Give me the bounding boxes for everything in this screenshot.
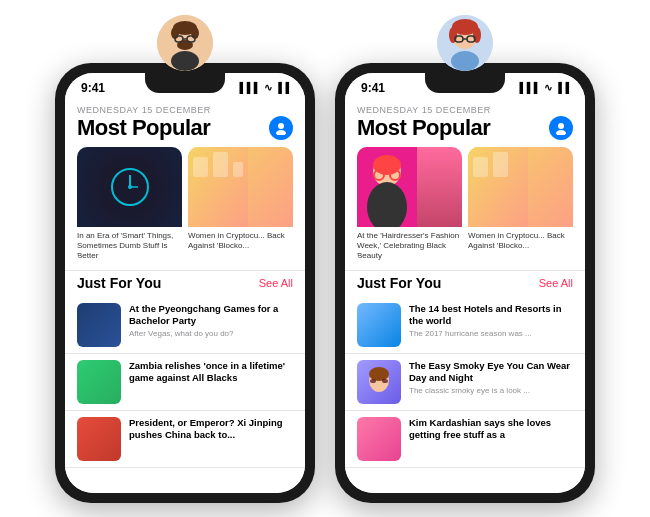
signal-icon: ▌▌▌ [520,82,541,93]
phone1-date: WEDNESDAY 15 DECEMBER [77,105,293,115]
phone2-wrapper: 9:41 ▌▌▌ ∿ ▐▐ WEDNESDAY 15 DECEMBER Most… [335,15,595,503]
phone2-screen: 9:41 ▌▌▌ ∿ ▐▐ WEDNESDAY 15 DECEMBER Most… [345,73,585,493]
phone1-see-all[interactable]: See All [259,277,293,289]
svg-rect-38 [473,157,488,177]
svg-point-43 [382,379,388,383]
news-sub-5: The classic smoky eye is a look ... [409,386,573,396]
news-title-1: At the Pyeongchang Games for a Bachelor … [129,303,293,328]
news-title-3: President, or Emperor? Xi Jinping pushes… [129,417,293,442]
phone2-featured-card-1[interactable]: At the 'Hairdresser's Fashion Week,' Cel… [357,147,462,262]
thumb-olympics [77,303,121,347]
phone2-status-icons: ▌▌▌ ∿ ▐▐ [520,82,569,93]
phone1-notch [145,73,225,93]
phone2-featured-img-1 [357,147,462,227]
news-item[interactable]: The 14 best Hotels and Resorts in the wo… [345,297,585,354]
phone1-featured-img-2 [188,147,293,227]
phone1-status-icons: ▌▌▌ ∿ ▐▐ [240,82,289,93]
news-item[interactable]: Zambia relishes 'once in a lifetime' gam… [65,354,305,411]
news-sub-4: The 2017 hurricane season was ... [409,329,573,339]
phone2-section-title: Most Popular [357,115,490,141]
phone2-news-list: The 14 best Hotels and Resorts in the wo… [345,297,585,468]
thumb-hotels [357,303,401,347]
phone2-time: 9:41 [361,81,385,95]
svg-rect-18 [213,152,228,177]
news-sub-1: After Vegas, what do you do? [129,329,293,339]
svg-point-29 [558,123,564,129]
phone2-featured-card-2[interactable]: Women in Cryptocu... Back Against 'Block… [468,147,573,262]
news-text-5: The Easy Smoky Eye You Can Wear Day and … [409,360,573,396]
news-text-3: President, or Emperor? Xi Jinping pushes… [129,417,293,444]
phone1-featured-img-1 [77,147,182,227]
phone1-featured-card-1[interactable]: In an Era of 'Smart' Things, Sometimes D… [77,147,182,262]
thumb-president [77,417,121,461]
news-text-2: Zambia relishes 'once in a lifetime' gam… [129,360,293,387]
phone2-featured-row: At the 'Hairdresser's Fashion Week,' Cel… [345,147,585,270]
phone1-card1-caption: In an Era of 'Smart' Things, Sometimes D… [77,227,182,262]
svg-point-30 [556,130,566,135]
battery-icon: ▐▐ [275,82,289,93]
phone2-card1-caption: At the 'Hairdresser's Fashion Week,' Cel… [357,227,462,262]
phone2-jfy-header: Just For You See All [345,270,585,297]
phone1-time: 9:41 [81,81,105,95]
phone1-jfy-title: Just For You [77,275,161,291]
news-item[interactable]: President, or Emperor? Xi Jinping pushes… [65,411,305,468]
phone1-jfy-header: Just For You See All [65,270,305,297]
main-container: 9:41 ▌▌▌ ∿ ▐▐ WEDNESDAY 15 DECEMBER Most… [35,15,615,503]
phone2-card2-caption: Women in Cryptocu... Back Against 'Block… [468,227,573,252]
battery-icon: ▐▐ [555,82,569,93]
svg-point-21 [451,51,479,71]
svg-point-11 [276,130,286,135]
phone1-content: WEDNESDAY 15 DECEMBER Most Popular [65,99,305,493]
phone2: 9:41 ▌▌▌ ∿ ▐▐ WEDNESDAY 15 DECEMBER Most… [335,63,595,503]
svg-point-33 [373,155,401,175]
news-item[interactable]: At the Pyeongchang Games for a Bachelor … [65,297,305,354]
phone1-title-row: Most Popular [77,115,293,141]
fashion-woman-image [357,147,462,227]
news-title-4: The 14 best Hotels and Resorts in the wo… [409,303,573,328]
phone2-user-icon[interactable] [549,116,573,140]
wifi-icon: ∿ [264,82,272,93]
crypto-image-1 [188,147,293,227]
phone2-header: WEDNESDAY 15 DECEMBER Most Popular [345,99,585,147]
phone2-content: WEDNESDAY 15 DECEMBER Most Popular [345,99,585,493]
phone1-news-list: At the Pyeongchang Games for a Bachelor … [65,297,305,468]
phone1-card2-caption: Women in Cryptocu... Back Against 'Block… [188,227,293,252]
news-text-4: The 14 best Hotels and Resorts in the wo… [409,303,573,339]
svg-rect-17 [193,157,208,177]
svg-rect-19 [233,162,243,177]
phone1-wrapper: 9:41 ▌▌▌ ∿ ▐▐ WEDNESDAY 15 DECEMBER Most… [55,15,315,503]
avatar-male [157,15,213,71]
phone1-user-icon[interactable] [269,116,293,140]
phone2-jfy-title: Just For You [357,275,441,291]
wifi-icon: ∿ [544,82,552,93]
news-item[interactable]: Kim Kardashian says she loves getting fr… [345,411,585,468]
phone2-see-all[interactable]: See All [539,277,573,289]
phone2-featured-img-2 [468,147,573,227]
news-text-6: Kim Kardashian says she loves getting fr… [409,417,573,444]
svg-point-10 [278,123,284,129]
thumb-zambia [77,360,121,404]
phone1-header: WEDNESDAY 15 DECEMBER Most Popular [65,99,305,147]
thumb-smoky [357,360,401,404]
phone2-title-row: Most Popular [357,115,573,141]
svg-rect-39 [493,152,508,177]
phone1-section-title: Most Popular [77,115,210,141]
svg-point-42 [370,379,376,383]
phone2-notch [425,73,505,93]
avatar-female [437,15,493,71]
phone1: 9:41 ▌▌▌ ∿ ▐▐ WEDNESDAY 15 DECEMBER Most… [55,63,315,503]
phone2-date: WEDNESDAY 15 DECEMBER [357,105,573,115]
svg-point-1 [171,51,199,71]
phone1-featured-card-2[interactable]: Women in Cryptocu... Back Against 'Block… [188,147,293,262]
news-title-6: Kim Kardashian says she loves getting fr… [409,417,573,442]
news-item[interactable]: The Easy Smoky Eye You Can Wear Day and … [345,354,585,411]
clock-image [77,147,182,227]
news-title-5: The Easy Smoky Eye You Can Wear Day and … [409,360,573,385]
svg-point-41 [369,367,389,381]
phone1-featured-row: In an Era of 'Smart' Things, Sometimes D… [65,147,305,270]
news-title-2: Zambia relishes 'once in a lifetime' gam… [129,360,293,385]
signal-icon: ▌▌▌ [240,82,261,93]
phone1-screen: 9:41 ▌▌▌ ∿ ▐▐ WEDNESDAY 15 DECEMBER Most… [65,73,305,493]
crypto-image-2 [468,147,573,227]
thumb-kardashian [357,417,401,461]
